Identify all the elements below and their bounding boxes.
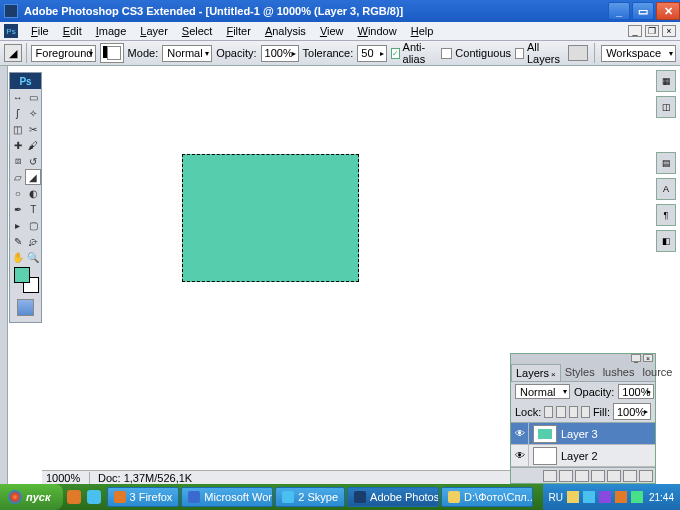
all-layers-checkbox[interactable]: ✓All Layers [515,41,564,65]
taskbar-item[interactable]: D:\Фото\Спл... [441,487,533,507]
notes-tool[interactable]: ✎ [10,233,26,249]
menu-edit[interactable]: Edit [56,23,89,39]
adjustment-layer-icon[interactable] [591,470,605,482]
zoom-level[interactable]: 1000% [42,472,90,484]
tray-icon[interactable] [583,491,595,503]
taskbar-item[interactable]: 2 Skype [275,487,345,507]
brush-tool[interactable]: 🖌 [26,137,42,153]
close-button[interactable]: ✕ [656,2,680,20]
layer-thumbnail[interactable] [533,447,557,465]
doc-restore-button[interactable]: ❐ [645,25,659,37]
menu-select[interactable]: Select [175,23,220,39]
paint-bucket-tool[interactable]: ◢ [25,169,41,185]
language-indicator[interactable]: RU [549,492,563,503]
taskbar-item[interactable]: Microsoft Wor... [181,487,273,507]
toolbox-header-icon[interactable]: Ps [10,73,41,89]
dock-tab-paragraph[interactable]: ¶ [656,204,676,226]
tab-brushes[interactable]: lushes [599,364,639,381]
lock-transparency-icon[interactable] [544,406,553,418]
minimize-button[interactable]: _ [608,2,630,20]
lock-all-icon[interactable] [581,406,590,418]
layer-opacity-input[interactable]: 100% [618,384,654,399]
doc-close-button[interactable]: × [662,25,676,37]
move-tool[interactable]: ↔ [10,89,26,105]
ps-badge-icon[interactable]: Ps [4,24,18,38]
eraser-tool[interactable]: ▱ [10,169,25,185]
taskbar-item[interactable]: Adobe Photos... [347,487,439,507]
menu-window[interactable]: Window [351,23,404,39]
start-button[interactable]: пуск [0,484,63,510]
workspace-select[interactable]: Workspace [601,45,676,62]
menu-layer[interactable]: Layer [133,23,175,39]
layer-row[interactable]: 👁Layer 3 [511,423,655,445]
foreground-color[interactable] [14,267,30,283]
menu-file[interactable]: File [24,23,56,39]
quicklaunch-desktop[interactable] [85,488,103,506]
go-to-bridge-icon[interactable] [568,45,588,61]
visibility-icon[interactable]: 👁 [511,423,529,445]
quick-mask-toggle[interactable] [17,299,34,316]
blend-mode-select[interactable]: Normal [162,45,212,62]
panel-close-icon[interactable]: × [643,354,653,362]
blur-tool[interactable]: ○ [10,185,26,201]
quicklaunch-firefox[interactable] [65,488,83,506]
tray-icon[interactable] [631,491,643,503]
eyedropper-tool[interactable]: ⌮ [26,233,42,249]
lasso-tool[interactable]: ʃ [10,105,26,121]
dodge-tool[interactable]: ◐ [26,185,42,201]
marquee-tool[interactable]: ▭ [26,89,42,105]
tolerance-input[interactable]: 50 [357,45,386,62]
menu-filter[interactable]: Filter [219,23,257,39]
active-tool-indicator[interactable]: ◢ [4,44,22,62]
tray-icon[interactable] [615,491,627,503]
clock[interactable]: 21:44 [649,492,674,503]
lock-position-icon[interactable] [569,406,578,418]
zoom-tool[interactable]: 🔍 [26,249,42,265]
doc-minimize-button[interactable]: _ [628,25,642,37]
dock-tab-color[interactable]: ▤ [656,152,676,174]
menu-help[interactable]: Help [404,23,441,39]
color-swatches[interactable] [10,265,43,295]
type-tool[interactable]: T [26,201,42,217]
shape-tool[interactable]: ▢ [26,217,42,233]
menu-view[interactable]: View [313,23,351,39]
menu-analysis[interactable]: Analysis [258,23,313,39]
new-layer-icon[interactable] [623,470,637,482]
magic-wand-tool[interactable]: ✧ [26,105,42,121]
tab-layers[interactable]: Layers× [511,364,561,381]
dock-tab-navigator[interactable]: ▦ [656,70,676,92]
stamp-tool[interactable]: ⧇ [10,153,26,169]
tab-styles[interactable]: Styles [561,364,599,381]
tray-icon[interactable] [599,491,611,503]
fill-source-select[interactable]: Foreground [31,45,96,62]
dock-tab-character[interactable]: A [656,178,676,200]
taskbar-item[interactable]: 3 Firefox [107,487,180,507]
antialias-checkbox[interactable]: ✓Anti-alias [391,41,438,65]
contiguous-checkbox[interactable]: ✓Contiguous [441,47,511,59]
layer-fill-input[interactable]: 100% [613,403,651,420]
dock-tab-layer-comps[interactable]: ◧ [656,230,676,252]
delete-layer-icon[interactable] [639,470,653,482]
menu-image[interactable]: Image [89,23,134,39]
layer-blend-mode-select[interactable]: Normal [515,384,570,399]
dock-tab-histogram[interactable]: ◫ [656,96,676,118]
tab-clone-source[interactable]: lource [638,364,676,381]
layer-mask-icon[interactable] [575,470,589,482]
opacity-input[interactable]: 100% [261,45,299,62]
layer-thumbnail[interactable] [533,425,557,443]
crop-tool[interactable]: ◫ [10,121,26,137]
healing-tool[interactable]: ✚ [10,137,26,153]
visibility-icon[interactable]: 👁 [511,445,529,467]
group-icon[interactable] [607,470,621,482]
maximize-button[interactable]: ▭ [632,2,654,20]
slice-tool[interactable]: ✂ [26,121,42,137]
layer-style-icon[interactable] [559,470,573,482]
hand-tool[interactable]: ✋ [10,249,26,265]
layer-row[interactable]: 👁Layer 2 [511,445,655,467]
panel-header[interactable]: _ × [511,354,655,364]
tray-icon[interactable] [567,491,579,503]
history-brush-tool[interactable]: ↺ [26,153,42,169]
lock-pixels-icon[interactable] [556,406,565,418]
pattern-swatch[interactable] [100,43,124,63]
pen-tool[interactable]: ✒ [10,201,26,217]
